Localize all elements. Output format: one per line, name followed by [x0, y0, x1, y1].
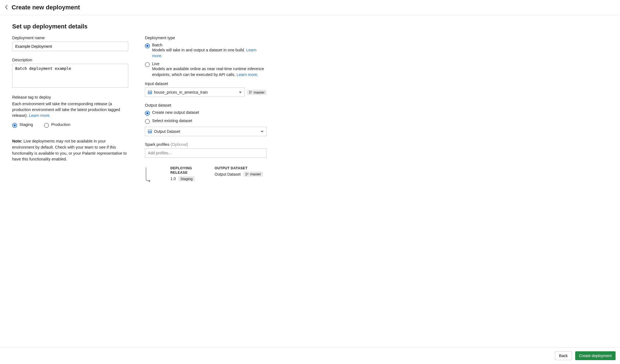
create-new-output-label: Create new output dataset — [152, 110, 199, 115]
live-radio-row[interactable]: Live Models are available online as near… — [145, 62, 267, 78]
left-column: Deployment name Description Release tag … — [12, 36, 128, 184]
live-radio-label: Live — [152, 62, 267, 66]
release-tag-help-text: Each environment will take the correspon… — [12, 102, 120, 118]
release-tag-label: Release tag to deploy — [12, 95, 128, 99]
section-title: Set up deployment details — [12, 23, 608, 30]
back-button[interactable]: Back — [555, 351, 572, 360]
input-branch-text: master — [254, 90, 265, 94]
output-dataset-value: Output Dataset — [154, 129, 259, 134]
staging-radio[interactable] — [12, 123, 17, 128]
output-dataset-label: Output dataset — [145, 103, 267, 107]
content-area: Set up deployment details Deployment nam… — [0, 15, 620, 347]
batch-desc: Models will take in and output a dataset… — [152, 47, 267, 59]
svg-point-4 — [246, 175, 247, 176]
deploying-release-block: DEPLOYING RELEASE 1.0 Staging — [170, 166, 195, 181]
create-new-output-radio[interactable] — [145, 111, 150, 116]
note-bold: Note: — [12, 139, 22, 143]
production-radio[interactable] — [44, 123, 49, 128]
batch-desc-text: Models will take in and output a dataset… — [152, 48, 245, 52]
staging-radio-row[interactable]: Staging — [12, 122, 33, 128]
page-header: Create new deployment — [0, 0, 620, 15]
dataset-icon — [148, 90, 152, 94]
live-note: Note: Live deployments may not be availa… — [12, 138, 128, 162]
spark-optional-text: (Optional) — [171, 142, 188, 147]
create-deployment-button[interactable]: Create deployment — [575, 351, 616, 360]
production-radio-row[interactable]: Production — [44, 122, 70, 128]
output-dataset-name: Output Dataset — [215, 172, 241, 176]
svg-point-2 — [251, 91, 252, 92]
live-desc: Models are available online as near real… — [152, 66, 267, 78]
output-dataset-block: OUTPUT DATASET Output Dataset master — [215, 166, 263, 177]
release-tag-pill: Staging — [178, 176, 194, 181]
back-icon[interactable] — [5, 5, 8, 10]
batch-radio-label: Batch — [152, 43, 267, 47]
input-dataset-value: house_prices_in_america_train — [154, 90, 237, 94]
output-dataset-heading: OUTPUT DATASET — [215, 166, 263, 170]
batch-radio-row[interactable]: Batch Models will take in and output a d… — [145, 43, 267, 59]
spark-label-text: Spark profiles — [145, 142, 171, 147]
svg-point-1 — [249, 93, 250, 94]
input-dataset-select[interactable]: house_prices_in_america_train — [145, 88, 245, 97]
deploy-arrow-icon — [145, 166, 151, 184]
page-title: Create new deployment — [12, 4, 80, 11]
chevron-down-icon — [239, 92, 242, 93]
svg-point-3 — [246, 173, 247, 174]
dataset-icon — [148, 130, 152, 133]
summary-row: DEPLOYING RELEASE 1.0 Staging OUTPUT DAT… — [145, 166, 267, 184]
live-radio[interactable] — [145, 62, 150, 67]
note-text: Live deployments may not be available in… — [12, 139, 127, 161]
footer: Back Create deployment — [0, 347, 620, 364]
description-label: Description — [12, 58, 128, 62]
svg-point-0 — [249, 91, 250, 92]
deployment-name-label: Deployment name — [12, 36, 128, 40]
spark-profiles-label: Spark profiles (Optional) — [145, 142, 267, 147]
release-version: 1.0 — [170, 176, 176, 181]
deployment-name-input[interactable] — [12, 42, 128, 51]
select-existing-row[interactable]: Select existing dataset — [145, 118, 267, 124]
input-dataset-label: Input dataset — [145, 81, 267, 86]
staging-radio-label: Staging — [19, 122, 33, 127]
chevron-down-icon — [261, 131, 264, 132]
output-dataset-select[interactable]: Output Dataset — [145, 127, 267, 136]
output-branch-text: master — [250, 172, 261, 176]
svg-point-5 — [248, 173, 248, 174]
live-learn-more-link[interactable]: Learn more. — [237, 72, 258, 77]
create-new-output-row[interactable]: Create new output dataset — [145, 110, 267, 116]
description-textarea[interactable] — [12, 64, 128, 88]
batch-radio[interactable] — [145, 43, 150, 48]
branch-icon — [249, 91, 252, 94]
spark-profiles-input[interactable] — [145, 148, 267, 158]
release-learn-more-link[interactable]: Learn more. — [29, 113, 50, 118]
input-branch-pill: master — [247, 90, 267, 95]
select-existing-label: Select existing dataset — [152, 118, 192, 123]
select-existing-radio[interactable] — [145, 119, 150, 124]
right-column: Deployment type Batch Models will take i… — [145, 36, 267, 184]
deployment-type-label: Deployment type — [145, 36, 267, 40]
output-branch-pill: master — [243, 172, 263, 177]
deploying-release-heading: DEPLOYING RELEASE — [170, 166, 195, 175]
release-tag-help: Each environment will take the correspon… — [12, 101, 128, 118]
branch-icon — [245, 173, 249, 176]
production-radio-label: Production — [51, 122, 70, 127]
